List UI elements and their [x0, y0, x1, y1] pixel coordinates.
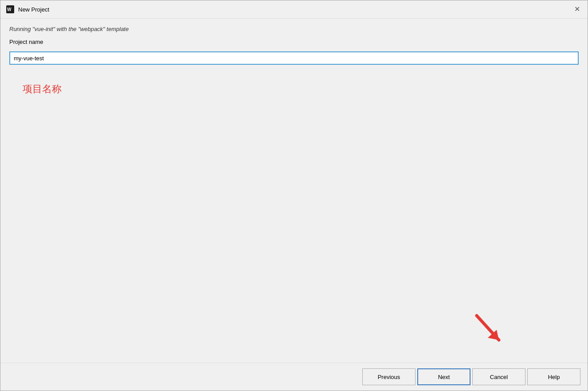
title-bar-left: W New Project: [6, 5, 49, 14]
cancel-button[interactable]: Cancel: [472, 368, 525, 385]
previous-button[interactable]: Previous: [362, 368, 416, 385]
app-icon: W: [6, 5, 15, 14]
dialog-footer: Previous Next Cancel Help: [0, 363, 588, 391]
dialog-content: Running "vue-init" with the "webpack" te…: [0, 19, 588, 363]
project-name-input[interactable]: [9, 51, 579, 65]
dialog-title: New Project: [18, 6, 49, 13]
arrow-area: [9, 100, 579, 356]
help-button[interactable]: Help: [527, 368, 580, 385]
title-bar: W New Project ✕: [0, 0, 588, 19]
next-button[interactable]: Next: [417, 368, 470, 385]
new-project-dialog: W New Project ✕ Running "vue-init" with …: [0, 0, 588, 391]
project-name-label: Project name: [9, 39, 579, 45]
subtitle-text: Running "vue-init" with the "webpack" te…: [9, 26, 579, 32]
svg-text:W: W: [7, 7, 12, 12]
next-arrow-indicator: [472, 311, 508, 347]
close-button[interactable]: ✕: [572, 4, 582, 15]
chinese-label-text: 项目名称: [23, 82, 579, 96]
